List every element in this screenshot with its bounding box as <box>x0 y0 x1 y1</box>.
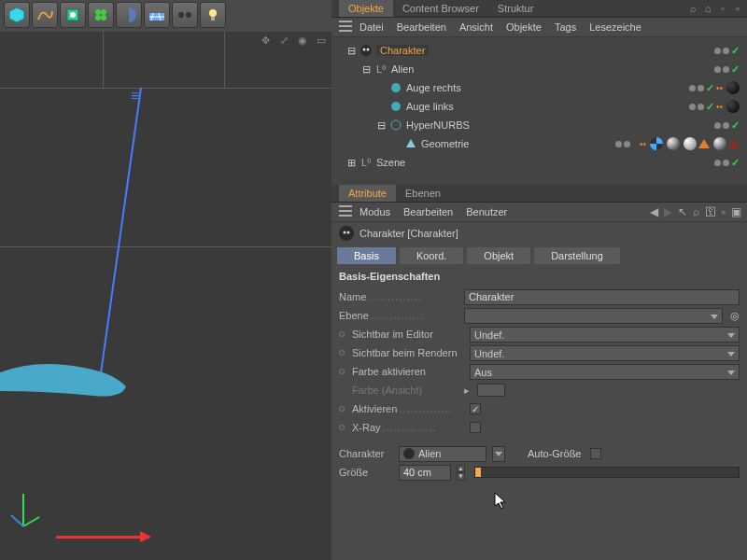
new-icon[interactable]: ▫ <box>722 205 726 218</box>
nav-search-icon[interactable]: ⌕ <box>693 205 699 218</box>
prop-charakter: Charakter Alien Auto-Größe <box>339 444 740 463</box>
object-menubar: Datei Bearbeiten Ansicht Objekte Tags Le… <box>331 18 747 37</box>
xray-checkbox[interactable] <box>470 422 481 433</box>
attr-tabs: Basis Koord. Objekt Darstellung <box>331 245 747 267</box>
nav-fwd-icon[interactable]: ▶ <box>664 205 672 218</box>
home-icon[interactable]: ⌂ <box>702 3 713 14</box>
size-slider[interactable] <box>474 467 740 478</box>
svg-line-17 <box>23 517 39 526</box>
vp-orbit-icon[interactable]: ◉ <box>296 34 309 47</box>
tree-label: Charakter <box>376 45 429 56</box>
vp-max-icon[interactable]: ▭ <box>315 34 328 47</box>
tool-boole-icon[interactable] <box>116 2 142 28</box>
atab-koord[interactable]: Koord. <box>400 247 463 264</box>
expand-arrow-icon[interactable]: ▸ <box>462 385 472 397</box>
prop-name: Name <box>339 287 740 306</box>
tab-struktur[interactable]: Struktur <box>488 0 543 17</box>
main-toolbar <box>4 2 226 28</box>
expand-icon[interactable]: ⊟ <box>361 63 371 76</box>
tree-row-auge-rechts[interactable]: Auge rechts ✓•• <box>335 78 743 97</box>
viewport-3d[interactable]: ✥ ⤢ ◉ ▭ ≡ <box>0 32 331 560</box>
size-spinner[interactable]: ▲▼ <box>457 465 465 481</box>
svg-point-27 <box>347 231 350 234</box>
color-swatch[interactable] <box>477 384 505 397</box>
null-icon: L⁰ <box>359 156 373 169</box>
label-name: Name <box>339 291 458 302</box>
tool-deform-icon[interactable] <box>60 2 86 28</box>
hamburger-icon[interactable] <box>339 205 352 217</box>
size-input[interactable] <box>399 465 451 481</box>
tree-row-hypernurbs[interactable]: ⊟ HyperNURBS ✓ <box>335 116 743 134</box>
menu-tags[interactable]: Tags <box>555 21 576 33</box>
atab-basis[interactable]: Basis <box>337 247 396 264</box>
hamburger-icon[interactable] <box>339 21 352 32</box>
expand-icon[interactable]: ⊞ <box>346 157 356 169</box>
character-icon <box>339 226 354 241</box>
tree-row-geometrie[interactable]: Geometrie •• <box>335 134 743 153</box>
menu-ansicht[interactable]: Ansicht <box>459 21 493 33</box>
atab-darstellung[interactable]: Darstellung <box>534 247 620 264</box>
tab-ebenen[interactable]: Ebenen <box>396 185 450 202</box>
menu-datei[interactable]: Datei <box>359 21 384 33</box>
label-vis-ed: Sichtbar im Editor <box>352 329 464 340</box>
svg-point-11 <box>178 12 184 18</box>
tool-camera-icon[interactable] <box>172 2 198 28</box>
lock-icon[interactable]: ⚿ <box>705 205 716 218</box>
tree-label: HyperNURBS <box>406 119 470 131</box>
grid-line <box>0 88 331 89</box>
collapse-icon[interactable]: ◦ <box>717 3 728 14</box>
charakter-field[interactable]: Alien <box>399 446 486 462</box>
tool-cloner-icon[interactable] <box>88 2 114 28</box>
aktivieren-checkbox[interactable] <box>470 403 481 414</box>
tool-floor-icon[interactable] <box>144 2 170 28</box>
svg-point-21 <box>367 49 370 51</box>
name-input[interactable] <box>464 289 740 305</box>
svg-point-13 <box>209 9 217 17</box>
grid-line <box>103 32 104 88</box>
vis-editor-dropdown[interactable]: Undef. <box>470 327 740 343</box>
svg-point-12 <box>186 12 191 18</box>
menu-bearbeiten2[interactable]: Bearbeiten <box>403 206 453 217</box>
char-dropdown-button[interactable] <box>492 446 505 462</box>
menu-benutzer[interactable]: Benutzer <box>466 206 507 217</box>
expand-icon[interactable]: ⊟ <box>376 119 386 132</box>
layer-target-icon[interactable]: ◎ <box>730 310 740 322</box>
menu-bearbeiten[interactable]: Bearbeiten <box>397 21 446 33</box>
svg-point-4 <box>101 9 106 15</box>
tree-row-charakter[interactable]: ⊟ Charakter ✓ <box>335 41 743 60</box>
svg-point-23 <box>391 102 401 111</box>
ebene-dropdown[interactable] <box>464 308 723 324</box>
atab-objekt[interactable]: Objekt <box>467 247 530 264</box>
menu-modus[interactable]: Modus <box>359 206 390 217</box>
vp-pan-icon[interactable]: ✥ <box>259 34 272 47</box>
label-aktivieren: Aktivieren <box>352 403 464 414</box>
tab-attribute[interactable]: Attribute <box>339 185 396 202</box>
tool-cube-icon[interactable] <box>4 2 30 28</box>
nav-up-icon[interactable]: ↖ <box>678 205 687 218</box>
tab-content-browser[interactable]: Content Browser <box>393 0 488 17</box>
properties: Name Ebene ◎ Sichtbar im Editor Undef. S… <box>331 286 747 483</box>
null-icon: L⁰ <box>374 63 388 76</box>
tool-light-icon[interactable] <box>200 2 226 28</box>
tool-spline-icon[interactable] <box>32 2 58 28</box>
expand-icon[interactable]: ▫ <box>732 3 743 14</box>
tree-row-szene[interactable]: ⊞ L⁰ Szene ✓ <box>335 153 743 172</box>
pin-icon[interactable]: ▣ <box>731 205 741 218</box>
vp-zoom-icon[interactable]: ⤢ <box>277 34 290 47</box>
expand-icon[interactable]: ⊟ <box>346 45 356 57</box>
menu-lesezeichen[interactable]: Lesezeiche <box>589 21 641 33</box>
menu-objekte[interactable]: Objekte <box>506 21 542 33</box>
tree-row-alien[interactable]: ⊟ L⁰ Alien ✓ <box>335 60 743 78</box>
axis-x <box>56 536 149 539</box>
auto-size-checkbox[interactable] <box>590 448 601 459</box>
svg-marker-0 <box>9 7 24 22</box>
svg-point-6 <box>101 15 106 21</box>
farbe-akt-dropdown[interactable]: Aus <box>470 364 740 380</box>
search-icon[interactable]: ⌕ <box>687 3 698 14</box>
label-farbe-akt: Farbe aktivieren <box>352 366 464 377</box>
tree-row-auge-links[interactable]: Auge links ✓•• <box>335 97 743 116</box>
vis-render-dropdown[interactable]: Undef. <box>470 345 740 361</box>
tab-objekte[interactable]: Objekte <box>339 0 393 17</box>
nav-back-icon[interactable]: ◀ <box>650 205 658 218</box>
grid-line <box>224 32 225 88</box>
